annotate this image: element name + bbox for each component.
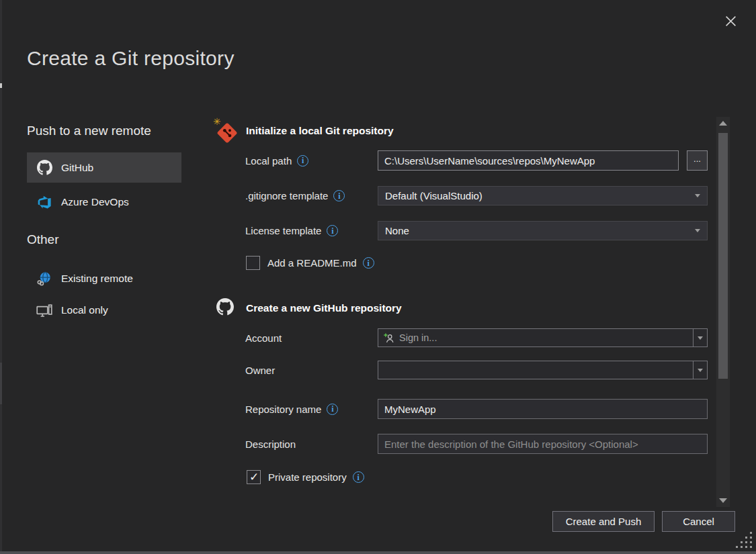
local-path-label: Local path xyxy=(245,155,292,167)
repository-name-input[interactable] xyxy=(378,399,708,419)
sidebar-item-label: Local only xyxy=(61,304,108,316)
git-new-repo-icon xyxy=(215,121,238,144)
info-icon[interactable] xyxy=(297,155,308,167)
sidebar-item-label: GitHub xyxy=(61,162,93,174)
sidebar-item-github[interactable]: GitHub xyxy=(27,152,181,183)
account-dropdown-arrow[interactable] xyxy=(693,329,707,347)
gitignore-label: .gitignore template xyxy=(245,190,328,201)
license-label: License template xyxy=(245,225,321,236)
computer-icon xyxy=(36,302,52,318)
cancel-button[interactable]: Cancel xyxy=(662,511,735,532)
close-icon xyxy=(724,15,737,28)
chevron-down-icon xyxy=(695,229,700,232)
close-button[interactable] xyxy=(719,9,742,32)
azure-devops-icon xyxy=(36,194,52,210)
scrollbar-thumb[interactable] xyxy=(718,133,728,379)
browse-button[interactable]: ... xyxy=(687,150,708,171)
gitignore-selected-value: Default (VisualStudio) xyxy=(385,190,482,201)
owner-dropdown-arrow[interactable] xyxy=(693,361,707,379)
sidebar-item-local-only[interactable]: Local only xyxy=(27,296,181,324)
info-icon[interactable] xyxy=(363,257,374,269)
private-repository-label: Private repository xyxy=(268,471,347,483)
owner-label: Owner xyxy=(245,361,275,379)
add-user-icon xyxy=(383,332,394,344)
gitignore-label-row: .gitignore template xyxy=(245,186,345,205)
dialog-title: Create a Git repository xyxy=(27,47,235,70)
resize-grip[interactable] xyxy=(736,532,738,534)
background-window-tick xyxy=(0,83,2,88)
license-template-dropdown[interactable]: None xyxy=(378,221,708,240)
sidebar-item-azure-devops[interactable]: Azure DevOps xyxy=(27,188,181,216)
window-bottom-border xyxy=(0,551,756,554)
github-icon xyxy=(216,298,234,316)
sidebar-item-label: Existing remote xyxy=(61,273,133,285)
repository-name-label-row: Repository name xyxy=(245,399,338,419)
info-icon[interactable] xyxy=(333,190,345,201)
sidebar-heading-other: Other xyxy=(27,232,59,247)
license-selected-value: None xyxy=(385,225,409,236)
section-title-create-github: Create a new GitHub repository xyxy=(246,302,402,314)
add-readme-label-row: Add a README.md xyxy=(267,256,374,270)
chevron-down-icon xyxy=(695,194,700,197)
create-and-push-button[interactable]: Create and Push xyxy=(552,511,655,532)
vertical-scrollbar[interactable] xyxy=(716,117,730,507)
account-label: Account xyxy=(245,328,282,347)
section-title-initialize-local: Initialize a local Git repository xyxy=(246,125,394,137)
add-readme-label: Add a README.md xyxy=(267,257,357,269)
info-icon[interactable] xyxy=(327,404,338,415)
chevron-down-icon xyxy=(698,369,703,372)
license-label-row: License template xyxy=(245,221,338,240)
private-repository-label-row: Private repository xyxy=(268,470,364,484)
description-input[interactable] xyxy=(378,434,708,454)
add-readme-checkbox[interactable] xyxy=(246,256,260,270)
sidebar-item-label: Azure DevOps xyxy=(61,196,129,208)
private-repository-checkbox[interactable] xyxy=(247,470,261,484)
scroll-up-button[interactable] xyxy=(716,118,730,128)
create-git-repository-dialog: Create a Git repository Push to a new re… xyxy=(0,0,756,554)
chevron-down-icon xyxy=(698,336,703,340)
background-window-block xyxy=(0,363,2,404)
scroll-down-button[interactable] xyxy=(716,496,730,506)
account-combobox[interactable]: Sign in... xyxy=(378,328,708,347)
sidebar-heading-push: Push to a new remote xyxy=(27,124,151,138)
github-icon xyxy=(36,160,52,176)
repository-name-label: Repository name xyxy=(245,404,321,415)
account-value: Sign in... xyxy=(399,332,437,343)
globe-link-icon xyxy=(36,271,52,287)
owner-combobox[interactable] xyxy=(378,361,708,379)
triangle-up-icon xyxy=(719,121,727,126)
triangle-down-icon xyxy=(719,498,727,503)
gitignore-template-dropdown[interactable]: Default (VisualStudio) xyxy=(378,186,708,205)
info-icon[interactable] xyxy=(353,471,364,483)
info-icon[interactable] xyxy=(327,225,338,236)
local-path-label-row: Local path xyxy=(245,150,308,171)
sidebar-item-existing-remote[interactable]: Existing remote xyxy=(27,265,181,293)
description-label: Description xyxy=(245,434,296,454)
local-path-input[interactable] xyxy=(378,150,679,171)
